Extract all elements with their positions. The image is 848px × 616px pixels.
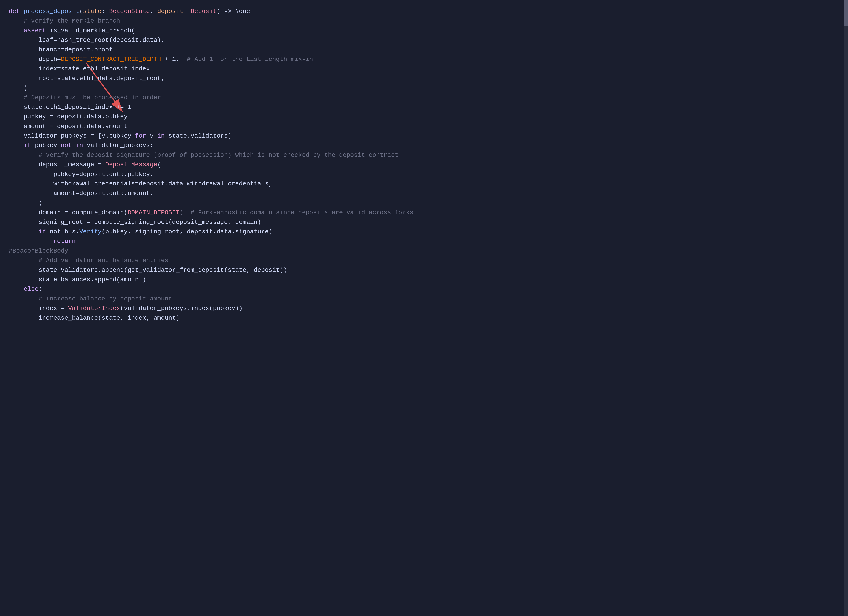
- code-token: ,: [150, 7, 157, 16]
- code-token: index=state.eth1_deposit_index,: [9, 64, 153, 74]
- code-token: Deposit: [191, 7, 216, 16]
- code-token: state.eth1_deposit_index += 1: [9, 102, 131, 112]
- code-token: increase_balance(state, index, amount): [9, 313, 179, 323]
- code-token: pubkey=deposit.data.pubkey,: [9, 170, 153, 179]
- code-token: state.validators]: [165, 131, 231, 141]
- code-line-34: index = ValidatorIndex(validator_pubkeys…: [9, 304, 839, 313]
- code-line-20: pubkey=deposit.data.pubkey,: [9, 170, 839, 179]
- code-token: ) -> None:: [216, 7, 254, 16]
- code-line-1: def process_deposit(state: BeaconState, …: [9, 7, 839, 16]
- code-token: amount=deposit.data.amount,: [9, 188, 153, 198]
- code-line-23: ): [9, 198, 839, 208]
- code-line-16: validator_pubkeys = [v.pubkey for v in s…: [9, 131, 839, 141]
- code-token: # Add 1 for the List length mix-in: [179, 55, 313, 64]
- code-token: :: [39, 284, 42, 294]
- code-token: #BeaconBlockBody: [9, 246, 68, 256]
- code-line-29: # Add validator and balance entries: [9, 256, 839, 265]
- code-token: # Deposits must be processed in order: [9, 93, 161, 102]
- code-line-17: if pubkey not in validator_pubkeys:: [9, 141, 839, 150]
- code-line-28: #BeaconBlockBody: [9, 246, 839, 256]
- code-token: [9, 141, 24, 150]
- code-token: domain = compute_domain(: [9, 208, 127, 217]
- code-token: (validator_pubkeys.index(pubkey)): [120, 304, 243, 313]
- code-line-6: depth=DEPOSIT_CONTRACT_TREE_DEPTH + 1, #…: [9, 55, 839, 64]
- code-line-12: state.eth1_deposit_index += 1: [9, 102, 839, 112]
- code-line-24: domain = compute_domain(DOMAIN_DEPOSIT) …: [9, 208, 839, 217]
- code-token: Verify: [79, 227, 102, 237]
- code-line-33: # Increase balance by deposit amount: [9, 294, 839, 304]
- code-editor: def process_deposit(state: BeaconState, …: [0, 0, 848, 329]
- code-line-14: pubkey = deposit.data.pubkey: [9, 112, 839, 121]
- code-line-2: # Verify the Merkle branch: [9, 16, 839, 26]
- code-token: branch=deposit.proof,: [9, 45, 116, 55]
- code-token: signing_root = compute_signing_root(depo…: [9, 218, 261, 227]
- code-token: ): [9, 83, 27, 93]
- code-token: (pubkey, signing_root, deposit.data.sign…: [102, 227, 276, 237]
- code-line-3: assert is_valid_merkle_branch(: [9, 26, 839, 36]
- code-token: if: [24, 141, 31, 150]
- code-token: index =: [9, 304, 68, 313]
- code-lines: def process_deposit(state: BeaconState, …: [9, 7, 839, 323]
- code-token: else: [24, 284, 39, 294]
- code-line-8: root=state.eth1_data.deposit_root,: [9, 74, 839, 83]
- code-token: in: [157, 131, 165, 141]
- code-token: deposit: [157, 7, 183, 16]
- code-line-27: return: [9, 237, 839, 246]
- code-token: BeaconState: [109, 7, 150, 16]
- code-token: depth=: [9, 55, 61, 64]
- code-token: state.balances.append(amount): [9, 275, 146, 284]
- code-token: state: [83, 7, 102, 16]
- code-token: pubkey: [31, 141, 61, 150]
- code-line-5: branch=deposit.proof,: [9, 45, 839, 55]
- code-token: [9, 26, 24, 36]
- code-line-32: else:: [9, 284, 839, 294]
- code-token: return: [53, 237, 76, 246]
- code-token: validator_pubkeys = [v.pubkey: [9, 131, 135, 141]
- code-line-7: index=state.eth1_deposit_index,: [9, 64, 839, 74]
- code-token: (: [157, 160, 161, 169]
- code-token: for: [135, 131, 146, 141]
- code-token: validator_pubkeys:: [83, 141, 153, 150]
- code-token: not in: [61, 141, 83, 150]
- code-line-35: increase_balance(state, index, amount): [9, 313, 839, 323]
- code-token: DepositMessage: [105, 160, 157, 169]
- code-token: v: [146, 131, 157, 141]
- scrollbar[interactable]: [844, 0, 848, 616]
- code-token: # Increase balance by deposit amount: [9, 294, 172, 304]
- code-line-26: if not bls.Verify(pubkey, signing_root, …: [9, 227, 839, 237]
- code-token: pubkey = deposit.data.pubkey: [9, 112, 127, 121]
- code-line-9: ): [9, 83, 839, 93]
- code-token: [9, 237, 53, 246]
- code-token: def: [9, 7, 24, 16]
- code-token: ValidatorIndex: [68, 304, 120, 313]
- code-line-22: amount=deposit.data.amount,: [9, 188, 839, 198]
- code-line-31: state.balances.append(amount): [9, 275, 839, 284]
- code-token: is_valid_merkle_branch(: [46, 26, 135, 36]
- code-line-25: signing_root = compute_signing_root(depo…: [9, 218, 839, 227]
- code-token: leaf=hash_tree_root(deposit.data),: [9, 36, 165, 45]
- code-line-18: # Verify the deposit signature (proof of…: [9, 150, 839, 160]
- code-token: not bls.: [46, 227, 79, 237]
- code-line-21: withdrawal_credentials=deposit.data.with…: [9, 179, 839, 188]
- code-token: state.validators.append(get_validator_fr…: [9, 265, 287, 275]
- code-token: if: [39, 227, 46, 237]
- code-line-19: deposit_message = DepositMessage(: [9, 160, 839, 169]
- code-token: :: [102, 7, 109, 16]
- code-token: + 1,: [161, 55, 179, 64]
- code-token: DOMAIN_DEPOSIT: [127, 208, 179, 217]
- code-token: ) # Fork-agnostic domain since deposits …: [179, 208, 414, 217]
- code-token: ): [9, 198, 42, 208]
- code-token: assert: [24, 26, 46, 36]
- code-token: [9, 227, 39, 237]
- scrollbar-thumb[interactable]: [844, 0, 848, 27]
- code-token: withdrawal_credentials=deposit.data.with…: [9, 179, 272, 188]
- code-token: # Verify the Merkle branch: [9, 16, 120, 26]
- code-token: root=state.eth1_data.deposit_root,: [9, 74, 165, 83]
- code-token: # Add validator and balance entries: [9, 256, 169, 265]
- code-token: (: [79, 7, 83, 16]
- code-token: deposit_message =: [9, 160, 105, 169]
- code-token: [9, 284, 24, 294]
- code-token: process_deposit: [24, 7, 79, 16]
- code-token: # Verify the deposit signature (proof of…: [9, 150, 398, 160]
- code-line-4: leaf=hash_tree_root(deposit.data),: [9, 36, 839, 45]
